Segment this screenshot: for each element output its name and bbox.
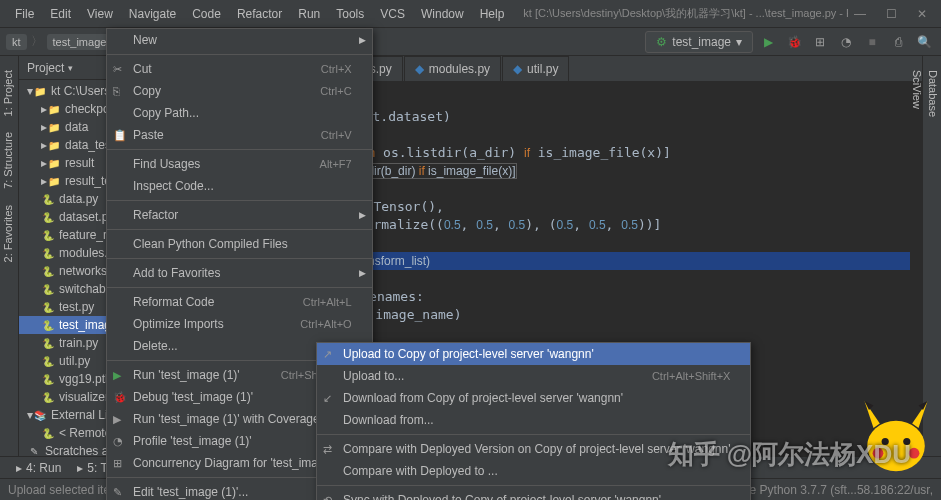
menu-item-label: Cut xyxy=(133,62,152,76)
submenu-arrow-icon: ▶ xyxy=(359,210,366,220)
py-icon: 🐍 xyxy=(41,372,55,386)
sidebar-tab[interactable]: 2: Favorites xyxy=(0,197,18,270)
bottom-tab[interactable]: ▸4: Run xyxy=(8,459,69,477)
menu-item-icon: 📋 xyxy=(113,129,127,142)
menu-item[interactable]: ⎘CopyCtrl+C xyxy=(107,80,372,102)
menu-item[interactable]: Optimize ImportsCtrl+Alt+O xyxy=(107,313,372,335)
menu-item-label: Upload to Copy of project-level server '… xyxy=(343,347,594,361)
profile-button[interactable]: ◔ xyxy=(835,31,857,53)
menu-separator xyxy=(107,54,372,55)
tree-label: < Remote xyxy=(59,426,111,440)
menu-tools[interactable]: Tools xyxy=(329,3,371,25)
menu-item-label: Copy Path... xyxy=(133,106,199,120)
dir-icon: 📁 xyxy=(33,84,47,98)
breadcrumb-item[interactable]: test_image xyxy=(47,34,113,50)
project-panel-title[interactable]: Project xyxy=(27,61,64,75)
menu-help[interactable]: Help xyxy=(473,3,512,25)
sidebar-tab[interactable]: 1: Project xyxy=(0,62,18,124)
shortcut-label: Alt+F7 xyxy=(300,158,352,170)
tree-label: data xyxy=(65,120,88,134)
menu-item[interactable]: ↗Upload to Copy of project-level server … xyxy=(317,343,750,365)
editor-tab[interactable]: ◆util.py xyxy=(502,56,569,81)
menu-item-label: Reformat Code xyxy=(133,295,214,309)
menu-item[interactable]: 📋PasteCtrl+V xyxy=(107,124,372,146)
minimize-icon[interactable]: — xyxy=(848,3,872,25)
menu-item[interactable]: Refactor▶ xyxy=(107,204,372,226)
menu-navigate[interactable]: Navigate xyxy=(122,3,183,25)
shortcut-label: Ctrl+C xyxy=(300,85,351,97)
menu-item-label: New xyxy=(133,33,157,47)
tab-label: modules.py xyxy=(429,62,490,76)
tab-label: util.py xyxy=(527,62,558,76)
menu-item[interactable]: Clean Python Compiled Files xyxy=(107,233,372,255)
menu-item-label: Run 'test_image (1)' xyxy=(133,368,240,382)
chevron-down-icon[interactable]: ▾ xyxy=(68,63,73,73)
sidebar-tab[interactable]: Database xyxy=(925,62,941,478)
menu-separator xyxy=(107,229,372,230)
run-config-selector[interactable]: ⚙ test_image ▾ xyxy=(645,31,753,53)
menu-item[interactable]: ↙Download from Copy of project-level ser… xyxy=(317,387,750,409)
menubar: FileEditViewNavigateCodeRefactorRunTools… xyxy=(8,3,511,25)
tree-label: feature_m xyxy=(59,228,113,242)
py-icon: 🐍 xyxy=(41,192,55,206)
breadcrumb-item[interactable]: kt xyxy=(6,34,27,50)
shortcut-label: Ctrl+Alt+Shift+X xyxy=(632,370,731,382)
menu-item-label: Download from Copy of project-level serv… xyxy=(343,391,623,405)
run-button[interactable]: ▶ xyxy=(757,31,779,53)
menu-item[interactable]: ✂CutCtrl+X xyxy=(107,58,372,80)
dir-icon: 📁 xyxy=(47,120,61,134)
menu-item-icon: ↗ xyxy=(323,348,337,361)
maximize-icon[interactable]: ☐ xyxy=(880,3,903,25)
tree-label: data.py xyxy=(59,192,98,206)
menu-item[interactable]: Find UsagesAlt+F7 xyxy=(107,153,372,175)
debug-button[interactable]: 🐞 xyxy=(783,31,805,53)
menu-refactor[interactable]: Refactor xyxy=(230,3,289,25)
menu-separator xyxy=(317,485,750,486)
title-path: kt [C:\Users\destiny\Desktop\我的机器学习\kt] … xyxy=(523,6,848,21)
deployment-submenu[interactable]: ↗Upload to Copy of project-level server … xyxy=(316,342,751,500)
menu-item[interactable]: Copy Path... xyxy=(107,102,372,124)
py-icon: 🐍 xyxy=(41,390,55,404)
run-config-label: test_image xyxy=(672,35,731,49)
menu-item-icon: ✎ xyxy=(113,486,127,499)
menu-item-icon: ⇄ xyxy=(323,443,337,456)
menu-view[interactable]: View xyxy=(80,3,120,25)
menu-edit[interactable]: Edit xyxy=(43,3,78,25)
py-icon: 🐍 xyxy=(41,300,55,314)
py-icon: 🐍 xyxy=(41,264,55,278)
menu-file[interactable]: File xyxy=(8,3,41,25)
menu-item[interactable]: New▶ xyxy=(107,29,372,51)
lib-icon: 📚 xyxy=(33,408,47,422)
python-icon: ◆ xyxy=(513,62,522,76)
close-icon[interactable]: ✕ xyxy=(911,3,933,25)
shortcut-label: Ctrl+Alt+L xyxy=(283,296,352,308)
menu-item[interactable]: Inspect Code... xyxy=(107,175,372,197)
run-config-icon: ⚙ xyxy=(656,35,667,49)
menu-item-icon: ⟲ xyxy=(323,494,337,501)
menu-item[interactable]: Upload to...Ctrl+Alt+Shift+X xyxy=(317,365,750,387)
search-button[interactable]: 🔍 xyxy=(913,31,935,53)
menu-item[interactable]: ⟲Sync with Deployed to Copy of project-l… xyxy=(317,489,750,500)
menu-code[interactable]: Code xyxy=(185,3,228,25)
status-interpreter: note Python 3.7.7 (sft...58.186:22/usr, xyxy=(733,483,933,497)
menu-item[interactable]: Download from... xyxy=(317,409,750,431)
left-sidebar: 1: Project7: Structure2: Favorites xyxy=(0,56,19,478)
menu-item[interactable]: Reformat CodeCtrl+Alt+L xyxy=(107,291,372,313)
menu-item-label: Upload to... xyxy=(343,369,404,383)
coverage-button[interactable]: ⊞ xyxy=(809,31,831,53)
sidebar-tab[interactable]: SciView xyxy=(909,62,925,478)
menu-item[interactable]: ⇄Compare with Deployed Version on Copy o… xyxy=(317,438,750,460)
stop-button[interactable]: ■ xyxy=(861,31,883,53)
vcs-button[interactable]: ⎙ xyxy=(887,31,909,53)
editor-tab[interactable]: ◆modules.py xyxy=(404,56,501,81)
menu-vcs[interactable]: VCS xyxy=(373,3,412,25)
sidebar-tab[interactable]: 7: Structure xyxy=(0,124,18,197)
tree-label: visualizer. xyxy=(59,390,112,404)
menu-window[interactable]: Window xyxy=(414,3,471,25)
tab-icon: ▸ xyxy=(77,461,83,475)
menu-item-label: Find Usages xyxy=(133,157,200,171)
menu-item[interactable]: Add to Favorites▶ xyxy=(107,262,372,284)
menu-item[interactable]: Compare with Deployed to ... xyxy=(317,460,750,482)
menu-run[interactable]: Run xyxy=(291,3,327,25)
menu-item-label: Compare with Deployed to ... xyxy=(343,464,498,478)
